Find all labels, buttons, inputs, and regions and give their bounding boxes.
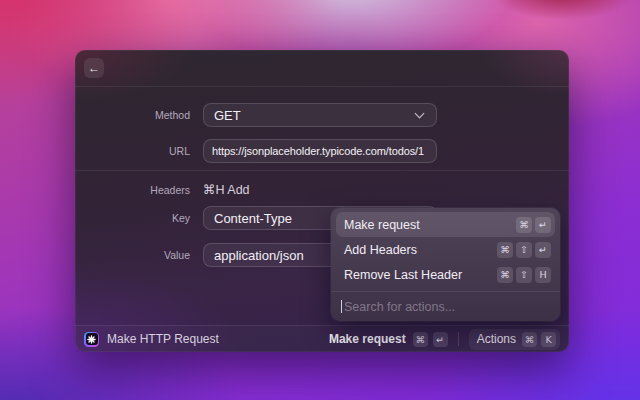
statusbar-divider: [458, 332, 459, 346]
statusbar-actions: Make request ⌘ ↵ Actions ⌘ K: [329, 329, 560, 350]
asterisk-icon: [86, 333, 98, 345]
command-key-icon: ⌘: [497, 267, 513, 283]
command-key-icon: ⌘: [516, 217, 532, 233]
menu-item-label: Add Headers: [344, 243, 497, 257]
chevron-down-icon: [415, 109, 425, 119]
back-arrow-icon: ←: [88, 61, 100, 75]
menu-item-label: Remove Last Header: [344, 268, 497, 282]
menu-item-remove-last-header[interactable]: Remove Last Header ⌘ ⇧ H: [336, 262, 555, 287]
command-key-icon: ⌘: [413, 332, 428, 347]
command-title: Make HTTP Request: [107, 332, 219, 346]
shift-key-icon: ⇧: [516, 242, 532, 258]
header-key-label: Key: [75, 206, 190, 230]
url-label: URL: [75, 139, 190, 163]
header-value-label: Value: [75, 243, 190, 267]
actions-popup-menu: Make request ⌘ ↵ Add Headers ⌘ ⇧ ↵ Remov…: [331, 208, 560, 321]
search-placeholder: Search for actions...: [344, 300, 455, 314]
action-search-input[interactable]: Search for actions...: [331, 292, 560, 321]
actions-button[interactable]: Actions ⌘ K: [469, 329, 560, 350]
primary-action-button[interactable]: Make request: [329, 332, 406, 346]
shortcut-keys: ⌘ ⇧ ↵: [497, 242, 551, 258]
menu-item-add-headers[interactable]: Add Headers ⌘ ⇧ ↵: [336, 237, 555, 262]
command-key-icon: ⌘: [522, 332, 537, 347]
url-input[interactable]: [203, 139, 437, 163]
menu-item-label: Make request: [344, 218, 516, 232]
window-header: ←: [75, 50, 569, 87]
return-key-icon: ↵: [535, 217, 551, 233]
headers-label: Headers: [75, 178, 190, 202]
shortcut-keys: ⌘ ↵: [516, 217, 551, 233]
text-cursor: [341, 300, 342, 313]
actions-menu-list: Make request ⌘ ↵ Add Headers ⌘ ⇧ ↵ Remov…: [331, 208, 560, 291]
menu-item-make-request[interactable]: Make request ⌘ ↵: [336, 212, 555, 237]
shift-key-icon: ⇧: [516, 267, 532, 283]
http-request-window: ← Method GET URL Headers ⌘H Add Key Valu…: [75, 50, 569, 352]
make-http-request-app-icon: [84, 332, 99, 347]
add-header-shortcut-hint[interactable]: ⌘H Add: [203, 178, 250, 202]
return-key-icon: ↵: [535, 242, 551, 258]
actions-button-label: Actions: [477, 332, 516, 346]
method-select[interactable]: GET: [203, 103, 437, 127]
h-key-icon: H: [535, 267, 551, 283]
method-label: Method: [75, 103, 190, 127]
status-bar: Make HTTP Request Make request ⌘ ↵ Actio…: [75, 325, 569, 352]
k-key-icon: K: [541, 332, 556, 347]
command-key-icon: ⌘: [497, 242, 513, 258]
method-selected-value: GET: [214, 108, 416, 123]
shortcut-keys: ⌘ ⇧ H: [497, 267, 551, 283]
section-divider: [75, 170, 569, 171]
return-key-icon: ↵: [433, 332, 448, 347]
back-button[interactable]: ←: [84, 58, 104, 78]
